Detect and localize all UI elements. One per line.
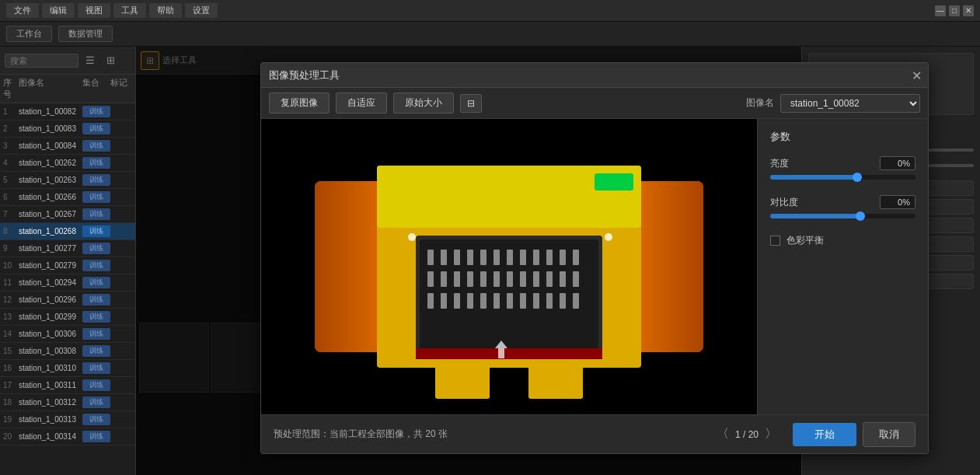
item-num: 19 bbox=[3, 415, 19, 424]
color-balance-label: 色彩平衡 bbox=[786, 234, 824, 247]
sort-icon-button[interactable]: ⊞ bbox=[102, 52, 119, 69]
next-image-button[interactable]: 〉 bbox=[765, 426, 777, 442]
svg-rect-39 bbox=[493, 293, 500, 309]
svg-rect-15 bbox=[493, 250, 500, 265]
item-num: 9 bbox=[3, 244, 19, 253]
item-num: 5 bbox=[3, 176, 19, 184]
brightness-slider-container[interactable] bbox=[770, 175, 915, 180]
svg-point-49 bbox=[408, 233, 416, 241]
restore-image-button[interactable]: 复原图像 bbox=[269, 93, 330, 114]
start-button[interactable]: 开始 bbox=[793, 423, 856, 446]
list-item[interactable]: 11 station_1_00294 训练 bbox=[0, 274, 135, 292]
item-name: station_1_00312 bbox=[19, 398, 82, 407]
list-item[interactable]: 13 station_1_00299 训练 bbox=[0, 309, 135, 326]
item-name: station_1_00294 bbox=[19, 278, 82, 287]
params-title: 参数 bbox=[770, 130, 915, 144]
item-tag: 训练 bbox=[82, 379, 110, 391]
svg-rect-24 bbox=[454, 271, 460, 287]
svg-rect-17 bbox=[520, 250, 526, 265]
list-item[interactable]: 1 station_1_00082 训练 bbox=[0, 103, 135, 120]
item-name: station_1_00267 bbox=[19, 210, 82, 218]
list-item[interactable]: 20 station_1_00314 训练 bbox=[0, 428, 135, 445]
list-item[interactable]: 16 station_1_00310 训练 bbox=[0, 360, 135, 377]
sidebar-toolbar: ☰ ⊞ bbox=[0, 47, 135, 75]
svg-rect-40 bbox=[507, 293, 513, 309]
svg-rect-10 bbox=[427, 250, 434, 265]
nav-area: 〈 1 / 20 〉 bbox=[717, 426, 777, 442]
item-tag: 训练 bbox=[82, 311, 110, 323]
item-name: station_1_00313 bbox=[19, 415, 82, 424]
list-item[interactable]: 10 station_1_00279 训练 bbox=[0, 257, 135, 274]
svg-point-50 bbox=[605, 233, 612, 241]
compare-button[interactable]: ⊟ bbox=[460, 94, 482, 113]
cancel-button[interactable]: 取消 bbox=[863, 422, 915, 447]
item-name: station_1_00310 bbox=[19, 364, 82, 372]
brightness-param: 亮度 bbox=[770, 156, 915, 180]
item-tag: 训练 bbox=[82, 157, 110, 169]
item-tag: 训练 bbox=[82, 106, 110, 117]
menu-settings[interactable]: 设置 bbox=[185, 3, 218, 18]
item-tag: 训练 bbox=[82, 414, 110, 425]
image-name-select[interactable]: station_1_00082 station_1_00083 station_… bbox=[780, 94, 920, 113]
dialog-footer: 预处理范围：当前工程全部图像，共 20 张 〈 1 / 20 〉 开始 取消 bbox=[261, 414, 928, 453]
workbench-tab[interactable]: 工作台 bbox=[6, 26, 52, 42]
item-name: station_1_00314 bbox=[19, 432, 82, 441]
search-input[interactable] bbox=[5, 54, 78, 68]
brightness-value-input[interactable] bbox=[880, 156, 915, 170]
item-num: 7 bbox=[3, 210, 19, 218]
contrast-slider-thumb[interactable] bbox=[856, 211, 865, 221]
item-num: 3 bbox=[3, 141, 19, 150]
list-item[interactable]: 8 station_1_00268 训练 bbox=[0, 223, 135, 240]
list-item[interactable]: 5 station_1_00263 训练 bbox=[0, 172, 135, 189]
dialog-overlay: 图像预处理工具 ✕ 复原图像 自适应 原始大小 ⊟ 图像名 station_1_… bbox=[136, 47, 801, 475]
list-item[interactable]: 3 station_1_00084 训练 bbox=[0, 138, 135, 155]
center-area: ⊞ 选择工具 图像预处理工具 ✕ 复原图像 bbox=[136, 47, 801, 475]
svg-rect-26 bbox=[480, 271, 487, 287]
menu-view[interactable]: 视图 bbox=[78, 3, 110, 18]
contrast-slider-container[interactable] bbox=[770, 214, 915, 218]
list-item[interactable]: 2 station_1_00083 训练 bbox=[0, 120, 135, 138]
svg-rect-34 bbox=[427, 293, 434, 309]
list-item[interactable]: 12 station_1_00296 训练 bbox=[0, 292, 135, 309]
original-size-button[interactable]: 原始大小 bbox=[393, 93, 454, 114]
menu-tools[interactable]: 工具 bbox=[113, 3, 146, 18]
list-item[interactable]: 17 station_1_00311 训练 bbox=[0, 377, 135, 394]
svg-rect-28 bbox=[507, 271, 513, 287]
data-management-tab[interactable]: 数据管理 bbox=[58, 26, 113, 42]
list-item[interactable]: 15 station_1_00308 训练 bbox=[0, 343, 135, 360]
list-item[interactable]: 18 station_1_00312 训练 bbox=[0, 394, 135, 411]
maximize-button[interactable]: □ bbox=[949, 5, 960, 16]
list-item[interactable]: 14 station_1_00306 训练 bbox=[0, 326, 135, 343]
menu-file[interactable]: 文件 bbox=[6, 3, 39, 18]
list-item[interactable]: 4 station_1_00262 训练 bbox=[0, 155, 135, 172]
filter-icon-button[interactable]: ☰ bbox=[82, 52, 99, 69]
close-button[interactable]: ✕ bbox=[963, 5, 974, 16]
list-item[interactable]: 19 station_1_00313 训练 bbox=[0, 411, 135, 428]
list-item[interactable]: 9 station_1_00277 训练 bbox=[0, 240, 135, 257]
svg-rect-29 bbox=[520, 271, 526, 287]
item-tag: 训练 bbox=[82, 191, 110, 203]
dialog-close-button[interactable]: ✕ bbox=[912, 68, 922, 82]
svg-rect-35 bbox=[441, 293, 447, 309]
item-tag: 训练 bbox=[82, 260, 110, 271]
contrast-value-input[interactable] bbox=[880, 195, 915, 209]
item-num: 10 bbox=[3, 261, 19, 270]
params-panel: 参数 亮度 bbox=[757, 119, 928, 414]
brightness-slider-thumb[interactable] bbox=[853, 173, 862, 182]
list-item[interactable]: 6 station_1_00266 训练 bbox=[0, 189, 135, 206]
auto-fit-button[interactable]: 自适应 bbox=[336, 93, 387, 114]
prev-image-button[interactable]: 〈 bbox=[717, 426, 729, 442]
minimize-button[interactable]: — bbox=[935, 5, 946, 16]
svg-rect-25 bbox=[467, 271, 473, 287]
list-item[interactable]: 7 station_1_00267 训练 bbox=[0, 206, 135, 223]
menu-edit[interactable]: 编辑 bbox=[42, 3, 75, 18]
brightness-slider-track bbox=[770, 175, 857, 180]
item-tag: 训练 bbox=[82, 277, 110, 288]
svg-rect-33 bbox=[573, 271, 579, 287]
color-balance-checkbox[interactable] bbox=[770, 236, 780, 246]
image-list: 1 station_1_00082 训练 2 station_1_00083 训… bbox=[0, 103, 135, 475]
menu-help[interactable]: 帮助 bbox=[149, 3, 182, 18]
svg-rect-45 bbox=[573, 293, 579, 309]
item-name: station_1_00311 bbox=[19, 381, 82, 389]
svg-rect-38 bbox=[480, 293, 487, 309]
